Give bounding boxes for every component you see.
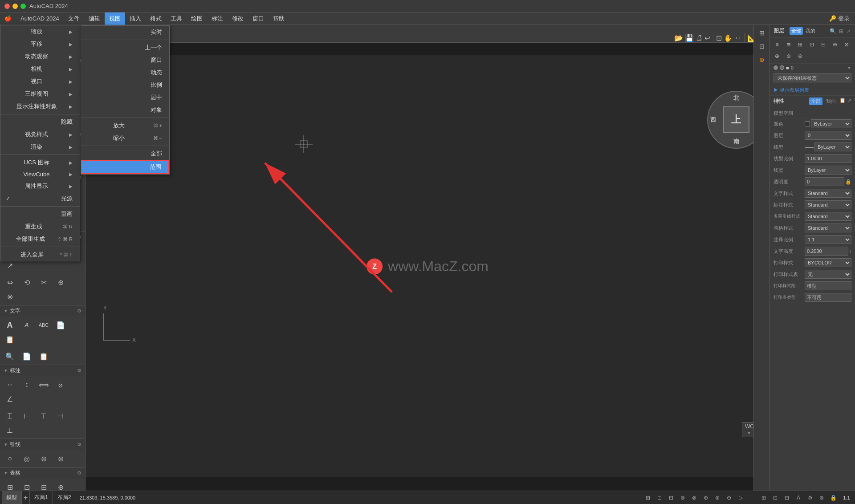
menu-orbit[interactable]: 动态观察 (0, 50, 80, 63)
zoom-in[interactable]: 放大 ⌘ + (81, 119, 169, 132)
menu-window[interactable]: 窗口 (248, 12, 269, 25)
menu-file[interactable]: 文件 (64, 12, 84, 25)
menu-regenall[interactable]: 全部重生成 ⇧ ⌘ R (0, 233, 80, 245)
menu-insert[interactable]: 插入 (125, 12, 146, 25)
zoom-dynamic[interactable]: 动态 (81, 66, 169, 79)
zoom-center[interactable]: 居中 (81, 91, 169, 104)
menu-view[interactable]: 视图 (105, 12, 125, 25)
zoom-submenu: 实时 上一个 窗口 动态 比例 居中 对象 放大 ⌘ + 缩小 ⌘ − 全部 范… (81, 25, 170, 175)
zoom-realtime[interactable]: 实时 (81, 26, 169, 38)
menu-app-name[interactable]: AutoCAD 2024 (16, 12, 64, 25)
menu-zoom[interactable]: 缩放 (0, 25, 80, 38)
menu-bar: 🍎 AutoCAD 2024 文件 编辑 视图 插入 格式 工具 绘图 标注 修… (0, 12, 855, 25)
menu-propdisp[interactable]: 属性显示 (0, 180, 80, 192)
menu-camera[interactable]: 相机 (0, 63, 80, 75)
sep-4 (0, 247, 80, 247)
menu-light[interactable]: 光源 (0, 192, 80, 205)
menu-viewport[interactable]: 视口 (0, 75, 80, 88)
menu-ucsicon[interactable]: UCS 图标 (0, 156, 80, 169)
login-button[interactable]: 🔑 登录 (829, 15, 850, 23)
menu-visual[interactable]: 视觉样式 (0, 128, 80, 141)
menu-help[interactable]: 帮助 (269, 12, 289, 25)
regen-shortcut: ⌘ R (63, 224, 73, 230)
zoom-out[interactable]: 缩小 ⌘ − (81, 132, 169, 144)
menu-redraw[interactable]: 重画 (0, 208, 80, 220)
sep-2 (0, 154, 80, 155)
dropdown-overlay: 缩放 平移 动态观察 相机 视口 三维视图 显示注释性对象 隐藏 视觉样式 渲染 (0, 25, 855, 504)
zoomout-shortcut: ⌘ − (153, 135, 162, 141)
zoomin-shortcut: ⌘ + (153, 123, 162, 129)
zoom-prev[interactable]: 上一个 (81, 41, 169, 54)
menu-tools[interactable]: 工具 (166, 12, 187, 25)
menu-modify[interactable]: 修改 (228, 12, 248, 25)
sep-1 (0, 114, 80, 114)
menu-3dview[interactable]: 三维视图 (0, 88, 80, 100)
minimize-button[interactable] (12, 4, 18, 9)
menu-viewcube[interactable]: ViewCube (0, 169, 80, 180)
zoom-window[interactable]: 窗口 (81, 54, 169, 66)
menu-annvis[interactable]: 显示注释性对象 (0, 100, 80, 113)
regenall-shortcut: ⇧ ⌘ R (57, 236, 73, 242)
zoom-sep-3 (81, 146, 169, 146)
menu-regen[interactable]: 重生成 ⌘ R (0, 220, 80, 233)
menu-pan[interactable]: 平移 (0, 38, 80, 50)
maximize-button[interactable] (20, 4, 26, 9)
zoom-extents[interactable]: 范围 (81, 160, 169, 174)
menu-render[interactable]: 渲染 (0, 141, 80, 153)
zoom-scale[interactable]: 比例 (81, 79, 169, 91)
menu-autocad[interactable]: 🍎 (0, 12, 16, 25)
title-bar: AutoCAD 2024 (0, 0, 855, 12)
app-name: AutoCAD 2024 (29, 3, 68, 9)
zoom-sep-1 (81, 40, 169, 40)
menu-hide[interactable]: 隐藏 (0, 116, 80, 128)
close-button[interactable] (4, 4, 10, 9)
menu-edit[interactable]: 编辑 (84, 12, 105, 25)
traffic-lights (4, 4, 26, 9)
zoom-all[interactable]: 全部 (81, 147, 169, 160)
menu-format[interactable]: 格式 (146, 12, 166, 25)
menu-annotate[interactable]: 标注 (207, 12, 228, 25)
view-dropdown: 缩放 平移 动态观察 相机 视口 三维视图 显示注释性对象 隐藏 视觉样式 渲染 (0, 25, 80, 261)
menu-fullscreen[interactable]: 进入全屏 ^ ⌘ F (0, 248, 80, 261)
zoom-object[interactable]: 对象 (81, 104, 169, 116)
fullscreen-shortcut: ^ ⌘ F (60, 252, 73, 258)
zoom-sep-2 (81, 118, 169, 118)
sep-3 (0, 206, 80, 207)
menu-draw[interactable]: 绘图 (187, 12, 207, 25)
